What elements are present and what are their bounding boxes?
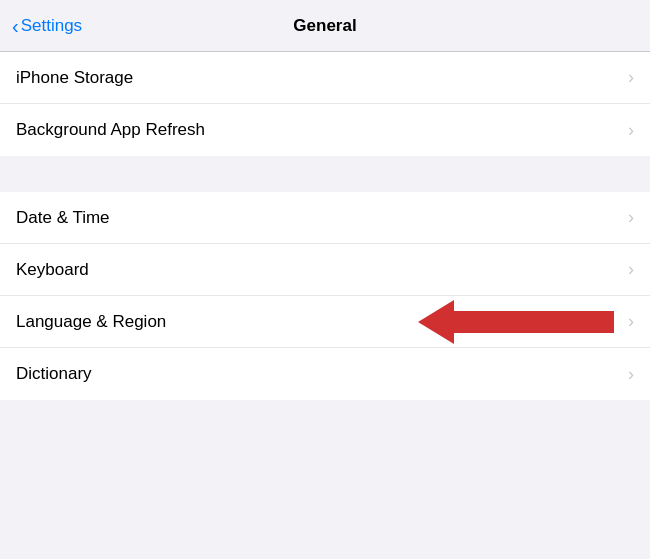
date-time-label: Date & Time [16,208,110,228]
chevron-right-icon: › [628,311,634,332]
chevron-right-icon: › [628,259,634,280]
chevron-right-icon: › [628,120,634,141]
iphone-storage-row[interactable]: iPhone Storage › [0,52,650,104]
arrow-annotation [418,300,614,344]
dictionary-label: Dictionary [16,364,92,384]
back-chevron-icon: ‹ [12,16,19,36]
back-button[interactable]: ‹ Settings [12,16,82,36]
keyboard-label: Keyboard [16,260,89,280]
section-divider [0,156,650,192]
arrow-head [418,300,454,344]
iphone-storage-label: iPhone Storage [16,68,133,88]
dictionary-row[interactable]: Dictionary › [0,348,650,400]
chevron-right-icon: › [628,67,634,88]
page-title: General [293,16,356,36]
date-time-row[interactable]: Date & Time › [0,192,650,244]
keyboard-row[interactable]: Keyboard › [0,244,650,296]
settings-list: iPhone Storage › Background App Refresh … [0,52,650,400]
background-app-refresh-label: Background App Refresh [16,120,205,140]
navigation-bar: ‹ Settings General [0,0,650,52]
language-region-row[interactable]: Language & Region › [0,296,650,348]
storage-section: iPhone Storage › Background App Refresh … [0,52,650,156]
datetime-section: Date & Time › Keyboard › Language & Regi… [0,192,650,400]
language-region-label: Language & Region [16,312,166,332]
background-app-refresh-row[interactable]: Background App Refresh › [0,104,650,156]
chevron-right-icon: › [628,364,634,385]
chevron-right-icon: › [628,207,634,228]
back-label: Settings [21,16,82,36]
arrow-body [454,311,614,333]
